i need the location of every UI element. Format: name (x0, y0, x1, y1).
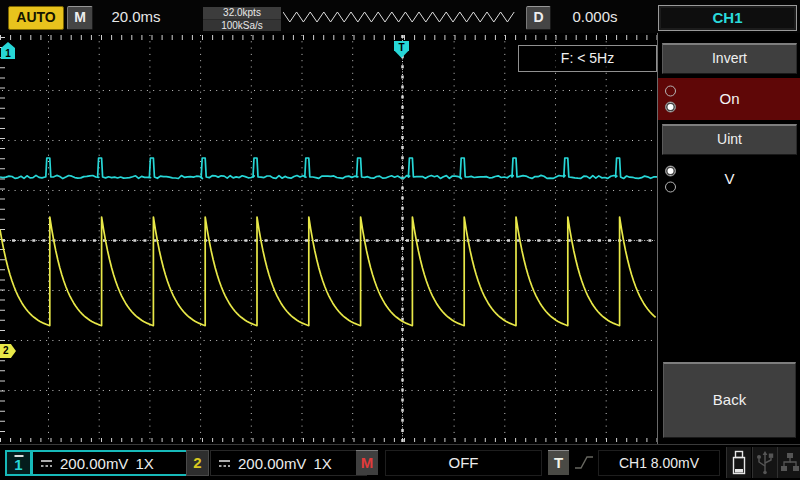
horizontal-menu-button[interactable]: M (67, 6, 93, 30)
menu-option-unit-v[interactable]: V (658, 160, 800, 197)
radio-off-icon (665, 86, 676, 97)
usb-device-icon (752, 447, 777, 478)
radio-on-icon (665, 102, 676, 113)
unit-radio-group (665, 165, 676, 192)
dc-coupling-icon (218, 458, 231, 469)
memory-waveform-preview (283, 9, 515, 25)
math-badge[interactable]: M (356, 450, 378, 475)
menu-option-label: V (724, 170, 734, 187)
radio-on-icon (665, 165, 676, 176)
rising-edge-icon (574, 452, 594, 474)
channel2-scale: 200.00mV (238, 455, 306, 472)
trigger-badge[interactable]: T (548, 450, 569, 475)
radio-off-icon (665, 181, 676, 192)
channel2-badge[interactable]: 2 (186, 450, 209, 476)
channel1-settings[interactable]: 200.00mV 1X (31, 450, 191, 476)
bottom-status-bar: 1 200.00mV 1X 2 200.00mV 1X M OFF T CH1 … (0, 444, 800, 480)
invert-radio-group (665, 86, 676, 113)
menu-item-back[interactable]: Back (663, 362, 796, 438)
soft-menu-panel: Invert On Uint V Back (657, 33, 800, 444)
channel2-settings[interactable]: 200.00mV 1X (210, 450, 367, 476)
channel1-number: 1 (14, 456, 22, 473)
active-menu-title: CH1 (658, 5, 797, 31)
lan-network-icon (777, 447, 800, 478)
invert-overline-indicator (14, 455, 23, 457)
menu-item-invert[interactable]: Invert (662, 43, 797, 74)
channel1-scale: 200.00mV (60, 455, 128, 472)
menu-option-label: On (719, 90, 739, 107)
top-status-bar: AUTO M 20.0ms 32.0kpts 100kSa/s D 0.000s… (0, 0, 800, 34)
graticule-and-traces (0, 33, 657, 444)
waveform-display: T 1 2 F: < 5Hz (0, 33, 657, 444)
delay-button[interactable]: D (526, 6, 551, 30)
math-status: OFF (385, 450, 542, 476)
horizontal-offset-readout: 0.000s (552, 6, 638, 28)
menu-option-invert-on[interactable]: On (658, 78, 800, 120)
dc-coupling-icon (40, 458, 53, 469)
timebase-readout: 20.0ms (96, 6, 176, 28)
trigger-source-level: CH1 8.00mV (598, 450, 720, 476)
usb-drive-icon (726, 447, 751, 478)
channel1-badge[interactable]: 1 (5, 450, 32, 476)
channel1-probe: 1X (135, 455, 153, 472)
memory-depth: 32.0kpts (203, 7, 281, 20)
channel2-probe: 1X (313, 455, 331, 472)
acquisition-info-box: 32.0kpts 100kSa/s (203, 7, 281, 30)
menu-item-unit[interactable]: Uint (662, 124, 797, 155)
sample-rate: 100kSa/s (203, 20, 281, 31)
frequency-counter-readout: F: < 5Hz (518, 45, 657, 72)
auto-mode-button[interactable]: AUTO (8, 6, 64, 30)
